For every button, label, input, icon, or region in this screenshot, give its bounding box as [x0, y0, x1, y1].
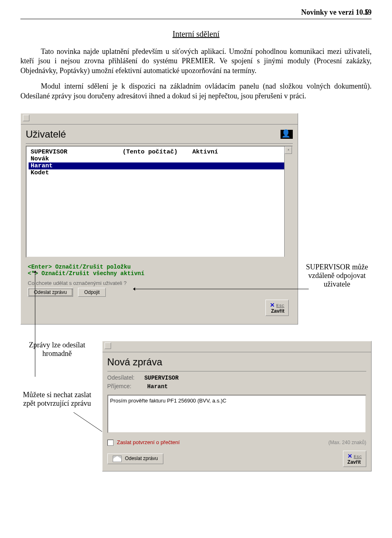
- system-menu-icon[interactable]: [105, 342, 111, 349]
- close-label: Zavřít: [347, 459, 361, 465]
- esc-label: Esc: [354, 454, 362, 459]
- header-rule: [20, 19, 372, 19]
- hint-star: <*> Označit/Zrušit všechny aktivní: [26, 270, 293, 277]
- compose-send-label: Odeslat zprávu: [125, 456, 158, 461]
- close-x-icon: ✕: [347, 453, 352, 459]
- disconnect-button[interactable]: Odpojit: [78, 288, 106, 297]
- compose-close-button[interactable]: ✕ Esc Zavřít: [343, 451, 366, 467]
- user-row-kodet[interactable]: Kodet: [29, 169, 290, 176]
- system-menu-icon[interactable]: [23, 115, 29, 121]
- message-body-input[interactable]: Prosím prověřte fakturu PF1 256900 (BVV,…: [107, 395, 366, 433]
- paragraph-1: Tato novinka najde uplatnění především u…: [20, 47, 372, 76]
- sender-row: Odesílatel: SUPERVISOR: [107, 373, 366, 382]
- close-label: Zavřít: [271, 308, 285, 314]
- confirm-checkbox[interactable]: [107, 440, 114, 446]
- compose-titlebar: [102, 341, 371, 352]
- prompt-text: Co chcete udělat s označenými uživateli …: [26, 280, 293, 286]
- page-number: 19: [364, 8, 372, 16]
- send-message-button[interactable]: Odeslat zprávu: [28, 288, 73, 297]
- confirm-label: Zaslat potvrzení o přečtení: [117, 439, 180, 445]
- user-row-supervisor[interactable]: SUPERVISOR (Tento počítač) Aktivní: [29, 149, 290, 156]
- scrollbar[interactable]: ▴: [284, 147, 292, 257]
- section-title: Interní sdělení: [20, 29, 372, 39]
- esc-label: Esc: [276, 303, 285, 308]
- recipient-row: Příjemce: Harant: [107, 382, 366, 391]
- users-icon: [281, 130, 293, 139]
- sender-value: SUPERVISOR: [144, 375, 178, 381]
- close-button[interactable]: ✕ Esc Zavřít: [265, 300, 289, 316]
- compose-send-button[interactable]: Odeslat zprávu: [107, 454, 163, 464]
- compose-window: Nová zpráva Odesílatel: SUPERVISOR Příje…: [102, 341, 372, 471]
- recipient-value: Harant: [147, 383, 168, 390]
- close-x-icon: ✕: [270, 302, 275, 308]
- scroll-up-icon[interactable]: ▴: [285, 147, 292, 154]
- compose-title-text: Nová zpráva: [107, 356, 163, 368]
- hint-enter: <Enter> Označit/Zrušit položku: [26, 264, 293, 270]
- annotation-supervisor: SUPERVISOR může vzdáleně odpojovat uživa…: [302, 263, 372, 289]
- sender-label: Odesílatel:: [107, 374, 135, 381]
- user-row-harant[interactable]: Harant: [29, 162, 290, 169]
- users-panel-title: Uživatelé: [26, 129, 293, 144]
- page-header-title: Novinky ve verzi 10.5: [301, 8, 369, 16]
- users-title-text: Uživatelé: [26, 129, 66, 140]
- users-listbox[interactable]: SUPERVISOR (Tento počítač) Aktivní Novák…: [26, 146, 293, 258]
- envelope-icon: [113, 456, 122, 462]
- max-chars-label: (Max. 240 znaků): [328, 440, 366, 445]
- titlebar: [21, 113, 298, 124]
- confirm-checkbox-container[interactable]: Zaslat potvrzení o přečtení: [107, 439, 180, 446]
- recipient-label: Příjemce:: [107, 383, 131, 389]
- user-row-novak[interactable]: Novák: [29, 156, 290, 162]
- compose-title: Nová zpráva: [107, 356, 366, 371]
- annotation-confirm-receipt: Můžete si nechat zaslat zpět potvrzující…: [20, 391, 94, 408]
- paragraph-2: Modul interní sdělení je k dispozici na …: [20, 82, 372, 101]
- annotation-bulk-send: Zprávy lze odesílat hromadně: [20, 341, 94, 358]
- users-window: Uživatelé SUPERVISOR (Tento počítač) Akt…: [20, 113, 298, 325]
